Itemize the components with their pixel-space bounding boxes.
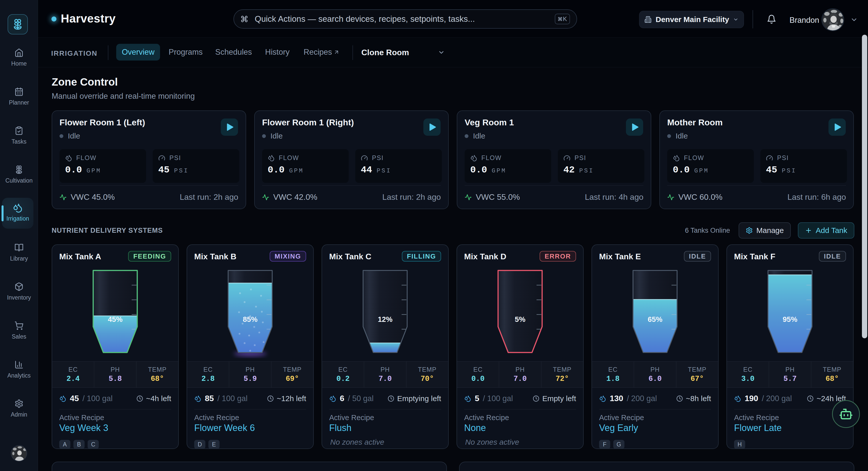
svg-text:5%: 5% [515, 315, 525, 323]
svg-text:85%: 85% [243, 315, 257, 323]
svg-text:12%: 12% [378, 315, 393, 323]
svg-text:65%: 65% [648, 315, 662, 323]
svg-text:45%: 45% [108, 315, 123, 323]
svg-text:95%: 95% [783, 315, 797, 323]
